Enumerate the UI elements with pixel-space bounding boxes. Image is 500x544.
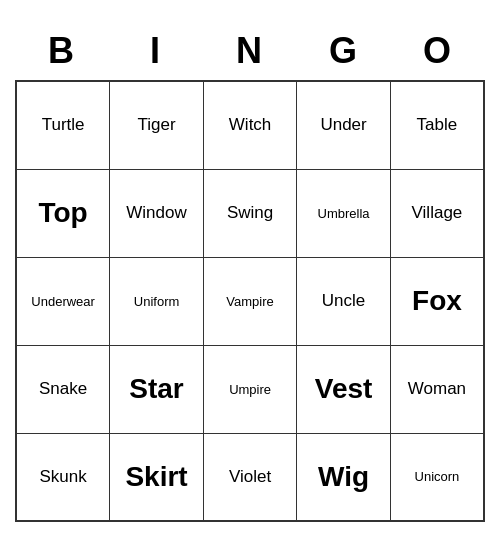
header-letter: I bbox=[109, 22, 203, 80]
cell-text: Underwear bbox=[23, 294, 103, 309]
cell-text: Fox bbox=[397, 285, 477, 317]
bingo-cell: Umbrella bbox=[297, 169, 391, 257]
cell-text: Village bbox=[397, 203, 477, 223]
cell-text: Wig bbox=[303, 461, 384, 493]
cell-text: Vampire bbox=[210, 294, 290, 309]
cell-text: Star bbox=[116, 373, 197, 405]
bingo-cell: Skirt bbox=[110, 433, 204, 521]
cell-text: Snake bbox=[23, 379, 103, 399]
cell-text: Tiger bbox=[116, 115, 197, 135]
bingo-cell: Top bbox=[16, 169, 110, 257]
cell-text: Skunk bbox=[23, 467, 103, 487]
bingo-card: BINGO TurtleTigerWitchUnderTableTopWindo… bbox=[15, 22, 485, 522]
bingo-cell: Under bbox=[297, 81, 391, 169]
bingo-cell: Witch bbox=[203, 81, 296, 169]
bingo-cell: Uniform bbox=[110, 257, 204, 345]
bingo-cell: Village bbox=[390, 169, 484, 257]
bingo-grid: TurtleTigerWitchUnderTableTopWindowSwing… bbox=[15, 80, 485, 522]
header-letter: N bbox=[203, 22, 297, 80]
cell-text: Violet bbox=[210, 467, 290, 487]
table-row: UnderwearUniformVampireUncleFox bbox=[16, 257, 484, 345]
cell-text: Umpire bbox=[210, 382, 290, 397]
cell-text: Uniform bbox=[116, 294, 197, 309]
bingo-cell: Tiger bbox=[110, 81, 204, 169]
table-row: SkunkSkirtVioletWigUnicorn bbox=[16, 433, 484, 521]
bingo-cell: Star bbox=[110, 345, 204, 433]
bingo-cell: Underwear bbox=[16, 257, 110, 345]
bingo-header: BINGO bbox=[15, 22, 485, 80]
cell-text: Woman bbox=[397, 379, 477, 399]
header-letter: G bbox=[297, 22, 391, 80]
bingo-cell: Snake bbox=[16, 345, 110, 433]
cell-text: Vest bbox=[303, 373, 384, 405]
table-row: TopWindowSwingUmbrellaVillage bbox=[16, 169, 484, 257]
cell-text: Unicorn bbox=[397, 469, 477, 484]
cell-text: Turtle bbox=[23, 115, 103, 135]
bingo-cell: Violet bbox=[203, 433, 296, 521]
bingo-cell: Skunk bbox=[16, 433, 110, 521]
cell-text: Swing bbox=[210, 203, 290, 223]
bingo-cell: Table bbox=[390, 81, 484, 169]
bingo-cell: Wig bbox=[297, 433, 391, 521]
bingo-cell: Uncle bbox=[297, 257, 391, 345]
table-row: SnakeStarUmpireVestWoman bbox=[16, 345, 484, 433]
bingo-cell: Umpire bbox=[203, 345, 296, 433]
bingo-cell: Fox bbox=[390, 257, 484, 345]
bingo-cell: Turtle bbox=[16, 81, 110, 169]
cell-text: Under bbox=[303, 115, 384, 135]
cell-text: Skirt bbox=[116, 461, 197, 493]
bingo-cell: Vest bbox=[297, 345, 391, 433]
cell-text: Top bbox=[23, 197, 103, 229]
table-row: TurtleTigerWitchUnderTable bbox=[16, 81, 484, 169]
bingo-cell: Vampire bbox=[203, 257, 296, 345]
cell-text: Umbrella bbox=[303, 206, 384, 221]
header-letter: O bbox=[391, 22, 485, 80]
header-letter: B bbox=[15, 22, 109, 80]
cell-text: Table bbox=[397, 115, 477, 135]
cell-text: Witch bbox=[210, 115, 290, 135]
bingo-cell: Swing bbox=[203, 169, 296, 257]
cell-text: Uncle bbox=[303, 291, 384, 311]
cell-text: Window bbox=[116, 203, 197, 223]
bingo-cell: Woman bbox=[390, 345, 484, 433]
bingo-cell: Window bbox=[110, 169, 204, 257]
bingo-cell: Unicorn bbox=[390, 433, 484, 521]
